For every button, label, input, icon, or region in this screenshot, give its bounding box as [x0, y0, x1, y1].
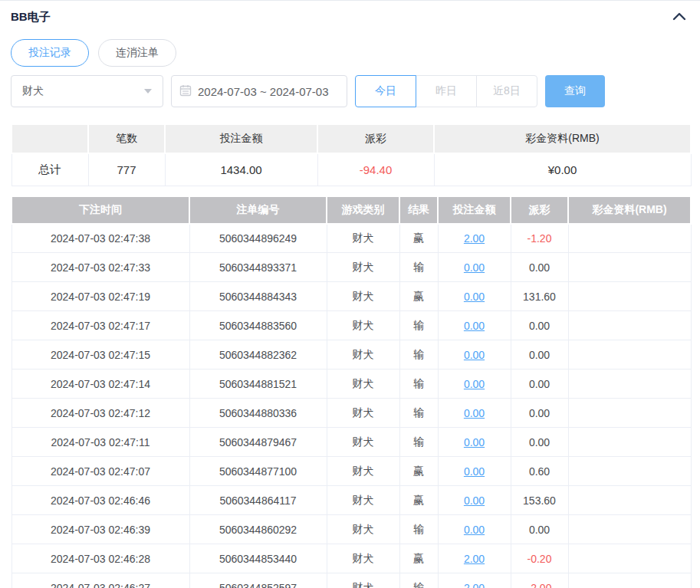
cell-game-type: 财犬 — [327, 573, 399, 588]
records-header-order-no: 注单编号 — [189, 196, 327, 224]
cell-payout: 0.00 — [511, 428, 568, 457]
cell-result: 输 — [399, 253, 438, 282]
cell-order-number: 5060344883560 — [189, 311, 327, 340]
table-row: 2024-07-03 02:47:15 5060344882362 财犬 输 0… — [12, 340, 691, 370]
panel-title: BB电子 — [11, 10, 51, 25]
cell-bet-amount: 2.00 — [438, 224, 511, 253]
cell-game-type: 财犬 — [327, 370, 399, 399]
cell-result: 赢 — [399, 282, 438, 311]
cell-result: 输 — [399, 370, 438, 399]
cell-order-number: 5060344880336 — [189, 399, 327, 428]
cell-bet-amount: 0.00 — [438, 370, 511, 399]
records-header-payout: 派彩 — [511, 196, 568, 224]
cell-order-number: 5060344896249 — [189, 224, 327, 253]
summary-table: 笔数 投注金额 派彩 彩金资料(RMB) 总计 777 1434.00 -94.… — [11, 123, 692, 186]
cell-game-type: 财犬 — [327, 224, 399, 253]
tab-bet-records[interactable]: 投注记录 — [11, 39, 89, 67]
table-row: 2024-07-03 02:47:14 5060344881521 财犬 输 0… — [12, 370, 691, 399]
cell-payout: 0.00 — [511, 340, 568, 370]
table-row: 2024-07-03 02:47:12 5060344880336 财犬 输 0… — [12, 399, 691, 428]
bet-amount-link[interactable]: 0.00 — [464, 320, 485, 332]
bet-amount-link[interactable]: 2.00 — [464, 582, 485, 588]
cell-result: 输 — [399, 311, 438, 340]
records-header-time: 下注时间 — [12, 196, 189, 224]
cell-bonus — [568, 340, 691, 370]
cell-bet-time: 2024-07-03 02:47:12 — [12, 399, 189, 428]
records-header-bonus: 彩金资料(RMB) — [568, 196, 691, 224]
cell-order-number: 5060344853440 — [189, 544, 327, 573]
cell-bonus — [568, 311, 691, 340]
cell-order-number: 5060344882362 — [189, 340, 327, 370]
cell-game-type: 财犬 — [327, 544, 399, 573]
quick-range-yesterday[interactable]: 昨日 — [416, 75, 477, 107]
cell-bet-amount: 0.00 — [438, 486, 511, 515]
summary-header-bonus: 彩金资料(RMB) — [434, 124, 691, 153]
table-row: 2024-07-03 02:46:28 5060344853440 财犬 赢 2… — [12, 544, 691, 573]
cell-game-type: 财犬 — [327, 428, 399, 457]
tab-cancelled-orders[interactable]: 连消注单 — [98, 39, 176, 67]
bet-amount-link[interactable]: 0.00 — [464, 436, 485, 448]
cell-bet-amount: 0.00 — [438, 311, 511, 340]
filter-bar: 财犬 2024-07-03 ~ 2024-07-03 今日 昨日 近8日 查询 — [11, 75, 689, 107]
cell-bet-amount: 2.00 — [438, 544, 511, 573]
bet-amount-link[interactable]: 0.00 — [464, 291, 485, 303]
cell-bet-time: 2024-07-03 02:47:15 — [12, 340, 189, 370]
bet-amount-link[interactable]: 0.00 — [464, 349, 485, 361]
date-range-picker[interactable]: 2024-07-03 ~ 2024-07-03 — [171, 75, 347, 107]
bet-amount-link[interactable]: 0.00 — [464, 261, 485, 274]
cell-bet-time: 2024-07-03 02:46:46 — [12, 486, 189, 515]
cell-game-type: 财犬 — [327, 515, 399, 544]
collapse-button[interactable] — [669, 8, 689, 26]
bet-amount-link[interactable]: 0.00 — [464, 524, 485, 536]
cell-game-type: 财犬 — [327, 457, 399, 486]
cell-bonus — [568, 428, 691, 457]
cell-result: 赢 — [399, 224, 438, 253]
quick-range-group: 今日 昨日 近8日 — [355, 75, 537, 107]
table-row: 2024-07-03 02:47:33 5060344893371 财犬 输 0… — [12, 253, 691, 282]
cell-bonus — [568, 253, 691, 282]
cell-result: 赢 — [399, 486, 438, 515]
cell-bonus — [568, 544, 691, 573]
cell-payout: 131.60 — [511, 282, 568, 311]
cell-result: 赢 — [399, 457, 438, 486]
cell-bet-amount: 2.00 — [438, 573, 511, 588]
cell-bonus — [568, 399, 691, 428]
table-row: 2024-07-03 02:46:27 5060344852597 财犬 输 2… — [12, 573, 691, 588]
cell-bet-time: 2024-07-03 02:47:19 — [12, 282, 189, 311]
cell-payout: 0.00 — [511, 370, 568, 399]
bet-amount-link[interactable]: 0.00 — [464, 465, 485, 478]
bet-amount-link[interactable]: 2.00 — [464, 553, 485, 565]
cell-game-type: 财犬 — [327, 486, 399, 515]
cell-bonus — [568, 224, 691, 253]
cell-payout: -1.20 — [511, 224, 568, 253]
table-row: 2024-07-03 02:46:46 5060344864117 财犬 赢 0… — [12, 486, 691, 515]
bet-amount-link[interactable]: 0.00 — [464, 378, 485, 390]
quick-range-last8days[interactable]: 近8日 — [476, 75, 537, 107]
records-table-body: 2024-07-03 02:47:38 5060344896249 财犬 赢 2… — [12, 224, 691, 588]
cell-bet-time: 2024-07-03 02:47:07 — [12, 457, 189, 486]
cell-payout: -2.00 — [511, 573, 568, 588]
table-row: 2024-07-03 02:47:19 5060344884343 财犬 赢 0… — [12, 282, 691, 311]
table-row: 2024-07-03 02:47:17 5060344883560 财犬 输 0… — [12, 311, 691, 340]
query-button[interactable]: 查询 — [545, 75, 605, 107]
panel-header: BB电子 — [11, 1, 689, 31]
cell-bet-time: 2024-07-03 02:46:27 — [12, 573, 189, 588]
quick-range-today[interactable]: 今日 — [355, 75, 416, 107]
cell-bonus — [568, 370, 691, 399]
summary-header-row: 笔数 投注金额 派彩 彩金资料(RMB) — [12, 124, 691, 153]
bet-amount-link[interactable]: 0.00 — [464, 494, 485, 507]
cell-bet-time: 2024-07-03 02:46:39 — [12, 515, 189, 544]
bet-amount-link[interactable]: 0.00 — [464, 407, 485, 419]
cell-result: 输 — [399, 340, 438, 370]
cell-game-type: 财犬 — [327, 399, 399, 428]
bet-amount-link[interactable]: 2.00 — [464, 232, 485, 245]
cell-order-number: 5060344860292 — [189, 515, 327, 544]
cell-result: 输 — [399, 515, 438, 544]
cell-bet-time: 2024-07-03 02:47:14 — [12, 370, 189, 399]
summary-header-empty — [12, 124, 88, 153]
game-select[interactable]: 财犬 — [11, 75, 163, 107]
cell-bet-time: 2024-07-03 02:47:11 — [12, 428, 189, 457]
cell-payout: 153.60 — [511, 486, 568, 515]
tab-bar: 投注记录 连消注单 — [11, 39, 689, 67]
cell-result: 赢 — [399, 544, 438, 573]
